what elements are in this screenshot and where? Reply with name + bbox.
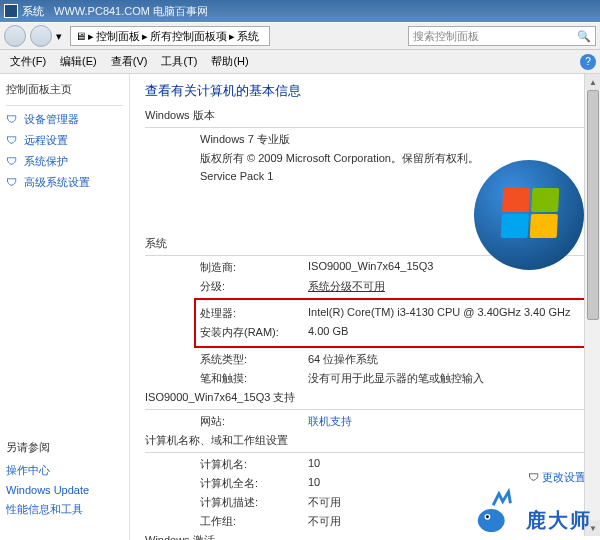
crumb-seg[interactable]: 控制面板 <box>96 29 140 44</box>
shield-icon: 🛡 <box>6 155 20 169</box>
sidebar-item-remote[interactable]: 🛡远程设置 <box>6 133 123 148</box>
menu-bar: 文件(F) 编辑(E) 查看(V) 工具(T) 帮助(H) ? <box>0 50 600 74</box>
help-icon[interactable]: ? <box>580 54 596 70</box>
change-settings-link[interactable]: 🛡更改设置 <box>528 470 586 485</box>
seealso-action-center[interactable]: 操作中心 <box>6 463 123 478</box>
ram-value: 4.00 GB <box>308 325 348 340</box>
cname-label: 计算机名: <box>200 457 300 472</box>
section-windows-edition: Windows 版本 <box>145 108 586 123</box>
back-button[interactable] <box>4 25 26 47</box>
vertical-scrollbar[interactable]: ▲ ▼ <box>584 74 600 536</box>
sidebar-item-advanced[interactable]: 🛡高级系统设置 <box>6 175 123 190</box>
menu-edit[interactable]: 编辑(E) <box>54 52 103 71</box>
shield-icon: 🛡 <box>6 134 20 148</box>
sidebar-item-protection[interactable]: 🛡系统保护 <box>6 154 123 169</box>
systype-label: 系统类型: <box>200 352 300 367</box>
see-also-header: 另请参阅 <box>6 440 123 455</box>
rating-label: 分级: <box>200 279 300 294</box>
sidebar-item-label: 高级系统设置 <box>24 175 90 190</box>
seealso-windows-update[interactable]: Windows Update <box>6 484 123 496</box>
shield-icon: 🛡 <box>6 113 20 127</box>
ram-label: 安装内存(RAM): <box>200 325 300 340</box>
app-icon <box>4 4 18 18</box>
history-dropdown[interactable]: ▾ <box>56 30 66 43</box>
sidebar-item-label: 远程设置 <box>24 133 68 148</box>
change-settings-label: 更改设置 <box>542 471 586 483</box>
fname-value: 10 <box>308 476 320 491</box>
forward-button[interactable] <box>30 25 52 47</box>
sidebar-item-label: 操作中心 <box>6 463 50 478</box>
svg-point-0 <box>478 509 505 532</box>
section-activation: Windows 激活 <box>145 533 586 540</box>
scroll-up-arrow[interactable]: ▲ <box>585 74 600 90</box>
pen-label: 笔和触摸: <box>200 371 300 386</box>
search-input[interactable]: 搜索控制面板 🔍 <box>408 26 596 46</box>
computer-icon: 🖥 <box>75 30 86 42</box>
cpu-label: 处理器: <box>200 306 300 321</box>
window-title: 系统 <box>22 4 44 19</box>
crumb-seg[interactable]: 所有控制面板项 <box>150 29 227 44</box>
sidebar-item-label: 性能信息和工具 <box>6 502 83 517</box>
sidebar: 控制面板主页 🛡设备管理器 🛡远程设置 🛡系统保护 🛡高级系统设置 另请参阅 操… <box>0 74 130 540</box>
fname-label: 计算机全名: <box>200 476 300 491</box>
desc-label: 计算机描述: <box>200 495 300 510</box>
sidebar-item-label: 设备管理器 <box>24 112 79 127</box>
online-support-link[interactable]: 联机支持 <box>308 415 352 427</box>
menu-view[interactable]: 查看(V) <box>105 52 154 71</box>
mascot-icon <box>474 488 520 534</box>
search-icon: 🔍 <box>577 30 591 43</box>
breadcrumb[interactable]: 🖥 ▸控制面板 ▸所有控制面板项 ▸系统 <box>70 26 270 46</box>
search-placeholder: 搜索控制面板 <box>413 29 479 44</box>
cpu-value: Intel(R) Core(TM) i3-4130 CPU @ 3.40GHz … <box>308 306 570 321</box>
rating-value: 系统分级不可用 <box>308 279 385 294</box>
windows-logo <box>474 160 584 270</box>
section-name-domain: 计算机名称、域和工作组设置 <box>145 433 586 448</box>
wg-label: 工作组: <box>200 514 300 529</box>
sidebar-item-label: 系统保护 <box>24 154 68 169</box>
wg-value: 不可用 <box>308 514 341 529</box>
svg-point-2 <box>486 515 489 518</box>
menu-tools[interactable]: 工具(T) <box>155 52 203 71</box>
mfr-value: ISO9000_Win7x64_15Q3 <box>308 260 433 275</box>
crumb-seg[interactable]: 系统 <box>237 29 259 44</box>
nav-toolbar: ▾ 🖥 ▸控制面板 ▸所有控制面板项 ▸系统 搜索控制面板 🔍 <box>0 22 600 50</box>
sidebar-header[interactable]: 控制面板主页 <box>6 82 123 97</box>
menu-help[interactable]: 帮助(H) <box>205 52 254 71</box>
desc-value: 不可用 <box>308 495 341 510</box>
site-label: 网站: <box>200 414 300 429</box>
title-bar: 系统 WWW.PC841.COM 电脑百事网 <box>0 0 600 22</box>
menu-file[interactable]: 文件(F) <box>4 52 52 71</box>
highlight-box: 处理器:Intel(R) Core(TM) i3-4130 CPU @ 3.40… <box>194 298 586 348</box>
cname-value: 10 <box>308 457 320 472</box>
copyright-value: 版权所有 © 2009 Microsoft Corporation。保留所有权利… <box>200 151 479 166</box>
ludashi-watermark: 鹿大师 <box>474 488 592 534</box>
page-title: 查看有关计算机的基本信息 <box>145 82 586 100</box>
brand-name: 鹿大师 <box>526 507 592 534</box>
scroll-thumb[interactable] <box>587 90 599 320</box>
edition-value: Windows 7 专业版 <box>200 132 290 147</box>
mfr-label: 制造商: <box>200 260 300 275</box>
pen-value: 没有可用于此显示器的笔或触控输入 <box>308 371 484 386</box>
shield-icon: 🛡 <box>528 471 542 485</box>
shield-icon: 🛡 <box>6 176 20 190</box>
section-support: ISO9000_Win7x64_15Q3 支持 <box>145 390 586 405</box>
sidebar-item-label: Windows Update <box>6 484 89 496</box>
watermark-text: WWW.PC841.COM 电脑百事网 <box>54 4 208 19</box>
sidebar-item-device-manager[interactable]: 🛡设备管理器 <box>6 112 123 127</box>
servicepack-value: Service Pack 1 <box>200 170 273 182</box>
systype-value: 64 位操作系统 <box>308 352 378 367</box>
main-content: 查看有关计算机的基本信息 Windows 版本 Windows 7 专业版 版权… <box>130 74 600 540</box>
seealso-performance[interactable]: 性能信息和工具 <box>6 502 123 517</box>
